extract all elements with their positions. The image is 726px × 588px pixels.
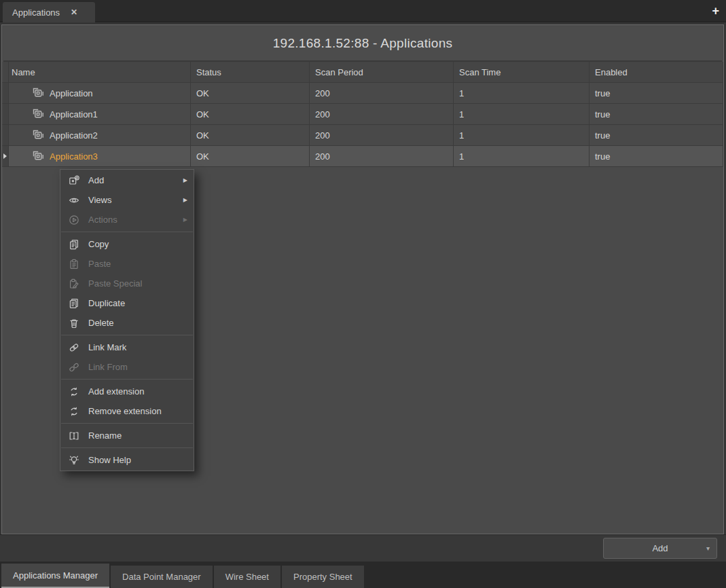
link-broken-icon	[68, 362, 80, 373]
row-selector-cell	[2, 83, 9, 104]
row-status: OK	[191, 104, 310, 125]
tab-property-sheet[interactable]: Property Sheet	[282, 566, 364, 588]
column-header-enabled[interactable]: Enabled	[589, 62, 723, 83]
row-enabled: true	[589, 104, 723, 125]
menu-item-duplicate[interactable]: Duplicate	[60, 293, 194, 313]
application-component-icon	[32, 108, 44, 120]
context-menu: Add ▶ Views ▶ Actions ▶ Copy Paste Paste…	[60, 169, 194, 471]
paste-special-icon	[68, 278, 80, 289]
column-header-status[interactable]: Status	[191, 62, 310, 83]
extension-icon	[68, 386, 80, 397]
table-row-selected[interactable]: Application3 OK 200 1 true	[2, 146, 723, 167]
top-tab-bar: Applications ✕ +	[0, 0, 726, 22]
menu-separator	[61, 447, 193, 448]
tab-applications-label: Applications	[12, 7, 60, 18]
menu-item-rename[interactable]: Rename	[60, 426, 194, 445]
paste-icon	[68, 259, 80, 270]
row-scan-time: 1	[454, 83, 589, 104]
row-name: Application2	[50, 130, 98, 141]
submenu-arrow-icon: ▶	[183, 217, 187, 223]
table-row[interactable]: Application OK 200 1 true	[2, 83, 723, 104]
menu-item-remove-extension[interactable]: Remove extension	[60, 401, 194, 421]
menu-separator	[61, 379, 193, 380]
row-status: OK	[191, 125, 310, 146]
delete-icon	[68, 318, 80, 329]
add-button[interactable]: Add ▾	[603, 538, 717, 559]
extension-icon	[68, 406, 80, 417]
menu-item-show-help[interactable]: Show Help	[60, 450, 194, 470]
tab-data-point-manager[interactable]: Data Point Manager	[111, 566, 213, 588]
tab-wire-sheet[interactable]: Wire Sheet	[214, 566, 280, 588]
submenu-arrow-icon: ▶	[183, 177, 187, 183]
dropdown-caret-icon: ▾	[706, 545, 710, 552]
row-status: OK	[191, 146, 310, 167]
menu-item-link-mark[interactable]: Link Mark	[60, 337, 194, 357]
table-header-row: Name Status Scan Period Scan Time Enable…	[2, 62, 723, 83]
rename-icon	[68, 430, 80, 441]
row-status: OK	[191, 83, 310, 104]
menu-item-paste: Paste	[60, 254, 194, 274]
column-header-name[interactable]: Name	[9, 62, 191, 83]
row-name: Application1	[50, 109, 98, 120]
application-component-icon	[32, 87, 44, 99]
menu-item-paste-special: Paste Special	[60, 274, 194, 293]
menu-separator	[61, 335, 193, 335]
menu-item-add-extension[interactable]: Add extension	[60, 382, 194, 401]
row-scan-period: 200	[310, 125, 454, 146]
help-icon	[68, 455, 80, 466]
row-name: Application	[50, 88, 93, 98]
column-header-scan-period[interactable]: Scan Period	[310, 62, 454, 83]
row-selector-cell	[2, 104, 9, 125]
footer-bar: Add ▾	[0, 534, 726, 562]
bottom-tab-bar: Applications Manager Data Point Manager …	[0, 562, 726, 588]
menu-item-views[interactable]: Views ▶	[60, 190, 194, 210]
row-scan-period: 200	[310, 83, 454, 104]
views-icon	[68, 195, 80, 206]
row-selector-cell	[2, 125, 9, 146]
copy-icon	[68, 239, 80, 250]
page-title: 192.168.1.52:88 - Applications	[3, 26, 722, 62]
row-selector-cell	[2, 146, 9, 167]
menu-separator	[61, 423, 193, 424]
row-enabled: true	[589, 83, 723, 104]
column-header-scan-time[interactable]: Scan Time	[454, 62, 589, 83]
menu-separator	[61, 232, 193, 232]
selector-column-header	[2, 62, 9, 83]
application-component-icon	[32, 150, 44, 162]
menu-item-add[interactable]: Add ▶	[60, 170, 194, 190]
add-icon	[68, 175, 80, 186]
menu-item-actions: Actions ▶	[60, 210, 194, 229]
tab-applications-manager[interactable]: Applications Manager	[1, 564, 109, 588]
add-button-label: Add	[652, 543, 668, 553]
submenu-arrow-icon: ▶	[183, 197, 187, 203]
row-scan-time: 1	[454, 104, 589, 125]
row-pointer-icon	[3, 153, 7, 159]
row-scan-time: 1	[454, 146, 589, 167]
row-scan-period: 200	[310, 146, 454, 167]
row-name: Application3	[50, 151, 98, 162]
actions-icon	[68, 215, 80, 225]
row-scan-time: 1	[454, 125, 589, 146]
table-row[interactable]: Application1 OK 200 1 true	[2, 104, 723, 125]
row-enabled: true	[589, 125, 723, 146]
tab-applications[interactable]: Applications ✕	[3, 2, 95, 22]
menu-item-copy[interactable]: Copy	[60, 234, 194, 254]
row-scan-period: 200	[310, 104, 454, 125]
application-component-icon	[32, 129, 44, 141]
menu-item-delete[interactable]: Delete	[60, 313, 194, 333]
new-tab-icon[interactable]: +	[712, 3, 719, 18]
table-row[interactable]: Application2 OK 200 1 true	[2, 125, 723, 146]
link-icon	[68, 342, 80, 353]
close-icon[interactable]: ✕	[71, 7, 77, 17]
duplicate-icon	[68, 298, 80, 309]
row-enabled: true	[589, 146, 723, 167]
menu-item-link-from: Link From	[60, 357, 194, 377]
